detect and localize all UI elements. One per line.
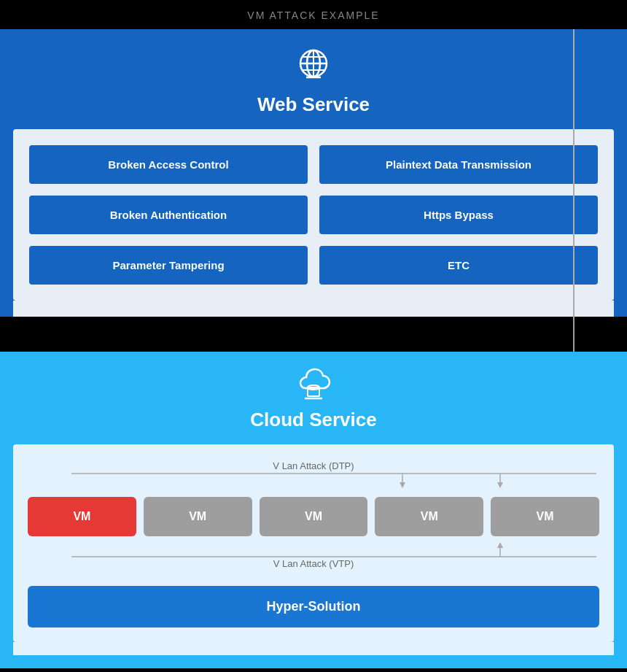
param-tamper-button[interactable]: Parameter Tampering — [29, 246, 308, 285]
svg-text:V Lan Attack (DTP): V Lan Attack (DTP) — [273, 460, 354, 471]
vlan-dtp-arrows: V Lan Attack (DTP) — [28, 459, 599, 488]
cloud-service-title: Cloud Service — [0, 409, 627, 431]
cloud-service-section: Cloud Service V Lan Attack (DTP) VM — [0, 352, 627, 655]
title-bar: VM ATTACK EXAMPLE — [0, 0, 627, 29]
svg-text:V Lan Attack (VTP): V Lan Attack (VTP) — [273, 558, 354, 569]
vm-box-1[interactable]: VM — [28, 497, 136, 536]
vm-box-5[interactable]: VM — [491, 497, 599, 536]
vlan-vtp-arrows: V Lan Attack (VTP) — [28, 542, 599, 573]
vm-area: V Lan Attack (DTP) VM VM VM VM VM — [13, 444, 614, 642]
cloud-icon — [292, 366, 335, 403]
cloud-outer-bottom — [0, 655, 627, 668]
globe-icon — [292, 44, 335, 88]
vm-box-3[interactable]: VM — [260, 497, 368, 536]
right-connector — [573, 317, 575, 352]
page-title: VM ATTACK EXAMPLE — [247, 9, 379, 21]
broken-auth-button[interactable]: Broken Authentication — [29, 196, 308, 234]
etc-button[interactable]: ETC — [319, 246, 598, 285]
svg-marker-13 — [400, 482, 405, 488]
vm-box-4[interactable]: VM — [375, 497, 483, 536]
vm-row: VM VM VM VM VM — [28, 497, 599, 536]
svg-marker-19 — [497, 542, 503, 548]
web-service-section: Web Service Broken Access Control Plaint… — [0, 29, 627, 317]
https-bypass-button[interactable]: Https Bypass — [319, 196, 598, 234]
hyper-solution-button[interactable]: Hyper-Solution — [28, 586, 599, 627]
cloud-bottom-pad — [13, 642, 614, 655]
vertical-connector-line — [573, 29, 575, 317]
plaintext-button[interactable]: Plaintext Data Transmission — [319, 145, 598, 184]
vm-box-2[interactable]: VM — [144, 497, 252, 536]
black-divider — [0, 317, 627, 352]
web-service-buttons-grid: Broken Access Control Plaintext Data Tra… — [13, 129, 614, 301]
vlan-dtp-wrapper: V Lan Attack (DTP) — [28, 459, 599, 491]
svg-marker-15 — [497, 482, 503, 488]
vlan-vtp-wrapper: V Lan Attack (VTP) — [28, 542, 599, 576]
web-service-header: Web Service Broken Access Control Plaint… — [0, 29, 627, 317]
page-bottom — [0, 668, 627, 672]
web-service-title: Web Service — [0, 93, 627, 116]
broken-access-button[interactable]: Broken Access Control — [29, 145, 308, 184]
